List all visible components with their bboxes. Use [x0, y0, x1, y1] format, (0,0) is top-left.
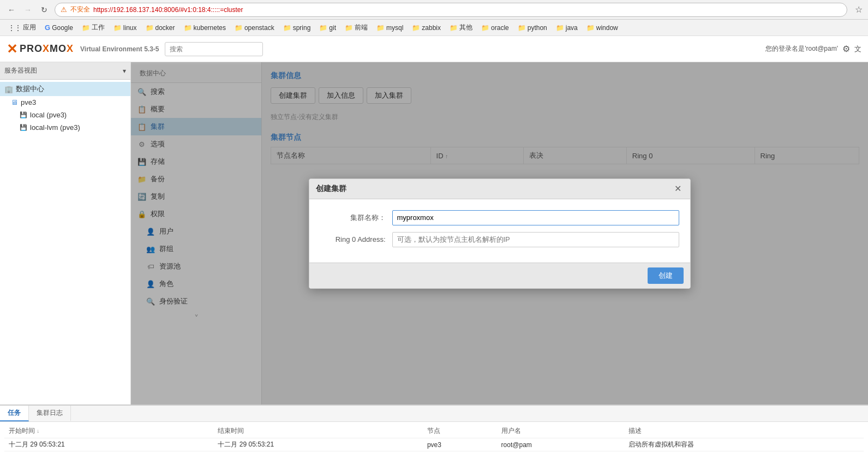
bookmark-oracle[interactable]: 📁 oracle — [477, 22, 513, 33]
bookmark-window[interactable]: 📁 window — [583, 22, 622, 33]
modal-create-button[interactable]: 创建 — [648, 267, 684, 284]
cell-node: pve3 — [423, 438, 497, 451]
datacenter-icon: 🏢 — [4, 85, 13, 93]
bookmark-python[interactable]: 📁 python — [514, 22, 551, 33]
folder-icon-oracle: 📁 — [481, 24, 489, 32]
user-info-text: 您的登录名是'root@pam' — [765, 44, 838, 53]
bookmark-linux[interactable]: 📁 linux — [110, 22, 141, 33]
bookmark-zabbix[interactable]: 📁 zabbix — [408, 22, 445, 33]
tab-cluster-log-label: 集群日志 — [37, 409, 63, 417]
bookmark-google[interactable]: G Google — [41, 22, 77, 33]
disk-icon-local-lvm: 💾 — [20, 124, 27, 131]
bookmark-spring[interactable]: 📁 spring — [279, 22, 315, 33]
url-text: https://192.168.137.140:8006/#v1:0:18:4:… — [93, 6, 243, 14]
modal-close-button[interactable]: ✕ — [673, 183, 684, 194]
bookmark-linux-label: linux — [123, 24, 137, 32]
right-area: 数据中心 🔍 搜索 📋 概要 📋 集群 ⚙ — [131, 62, 868, 404]
cell-end: 十二月 29 05:53:21 — [213, 438, 422, 451]
logo-ve-text: Virtual Environment 5.3-5 — [80, 45, 159, 53]
folder-icon-docker: 📁 — [146, 24, 154, 32]
server-icon: 🖥 — [11, 98, 18, 106]
folder-icon-java: 📁 — [556, 24, 564, 32]
apps-button[interactable]: ⋮⋮ 应用 — [4, 21, 40, 34]
sidebar-tree: 🏢 数据中心 🖥 pve3 💾 local (pve3) 💾 local-lvm… — [0, 80, 130, 404]
forward-button[interactable]: → — [22, 4, 34, 16]
bookmark-star-icon[interactable]: ☆ — [855, 4, 863, 15]
local-lvm-pve3-label: local-lvm (pve3) — [30, 123, 80, 132]
content-wrapper: 服务器视图 ▾ 🏢 数据中心 🖥 pve3 💾 local (pve3) — [0, 62, 868, 470]
bookmark-frontend[interactable]: 📁 前端 — [341, 21, 372, 34]
doc-icon[interactable]: 文 — [854, 44, 861, 54]
bookmark-google-label: Google — [52, 24, 73, 32]
bookmark-other-label: 其他 — [459, 23, 472, 32]
cell-start: 十二月 29 05:53:21 — [4, 438, 213, 451]
folder-icon-linux: 📁 — [113, 24, 122, 32]
header-search-input[interactable] — [165, 42, 263, 56]
folder-icon-git: 📁 — [319, 24, 327, 32]
bookmark-zabbix-label: zabbix — [422, 24, 441, 32]
url-bar[interactable]: ⚠ 不安全 https://192.168.137.140:8006/#v1:0… — [55, 3, 847, 17]
folder-icon-python: 📁 — [518, 24, 526, 32]
col-start-time[interactable]: 开始时间 ↓ — [4, 424, 213, 438]
main-area: 服务器视图 ▾ 🏢 数据中心 🖥 pve3 💾 local (pve3) — [0, 62, 868, 404]
folder-icon-work: 📁 — [82, 24, 90, 32]
tab-tasks[interactable]: 任务 — [0, 406, 29, 421]
modal-footer: 创建 — [309, 263, 690, 288]
table-row: 十二月 29 05:53:21 十二月 29 05:53:21 pve3 roo… — [4, 438, 864, 451]
folder-icon-openstack: 📁 — [235, 24, 243, 32]
reload-button[interactable]: ↻ — [38, 4, 50, 16]
bookmark-spring-label: spring — [293, 24, 311, 32]
disk-icon-local: 💾 — [20, 111, 27, 118]
security-warning-icon: ⚠ — [61, 5, 67, 14]
bookmark-kubernetes[interactable]: 📁 kubernetes — [180, 22, 230, 33]
browser-chrome: ← → ↻ ⚠ 不安全 https://192.168.137.140:8006… — [0, 0, 868, 20]
bookmark-java[interactable]: 📁 java — [552, 22, 582, 33]
bookmark-work[interactable]: 📁 工作 — [78, 21, 109, 34]
ring0-address-input[interactable] — [392, 232, 679, 247]
bottom-content: 开始时间 ↓ 结束时间 节点 用户名 — [0, 422, 868, 470]
bottom-table: 开始时间 ↓ 结束时间 节点 用户名 — [4, 424, 864, 451]
form-row-cluster-name: 集群名称： — [320, 210, 679, 225]
datacenter-label: 数据中心 — [16, 84, 44, 94]
bookmark-kubernetes-label: kubernetes — [194, 24, 226, 32]
sidebar-item-local-lvm-pve3[interactable]: 💾 local-lvm (pve3) — [0, 121, 130, 134]
back-button[interactable]: ← — [5, 4, 17, 16]
modal-title: 创建集群 — [316, 184, 346, 194]
folder-icon-other: 📁 — [450, 24, 458, 32]
bookmark-docker[interactable]: 📁 docker — [142, 22, 179, 33]
sort-start-time-btn[interactable]: ↓ — [37, 428, 39, 434]
modal-body: 集群名称： Ring 0 Address: — [309, 199, 690, 263]
tab-cluster-log[interactable]: 集群日志 — [29, 406, 71, 421]
create-cluster-modal: 创建集群 ✕ 集群名称： Ring 0 Address: — [309, 179, 691, 289]
cluster-name-input[interactable] — [392, 210, 679, 225]
bottom-panel: 任务 集群日志 开始时间 ↓ 结束时间 — [0, 404, 868, 470]
app-wrapper: ✕ PROXMOX Virtual Environment 5.3-5 您的登录… — [0, 36, 868, 470]
bookmark-git[interactable]: 📁 git — [315, 22, 340, 33]
bookmark-python-label: python — [528, 24, 547, 32]
folder-icon-zabbix: 📁 — [412, 24, 420, 32]
bookmark-openstack-label: openstack — [244, 24, 274, 32]
app-header: ✕ PROXMOX Virtual Environment 5.3-5 您的登录… — [0, 36, 868, 62]
bottom-tabs: 任务 集群日志 — [0, 406, 868, 422]
folder-icon-mysql: 📁 — [376, 24, 385, 32]
sidebar-item-local-pve3[interactable]: 💾 local (pve3) — [0, 109, 130, 121]
cluster-name-label: 集群名称： — [320, 213, 386, 223]
bookmark-other[interactable]: 📁 其他 — [446, 21, 476, 34]
bookmark-java-label: java — [566, 24, 578, 32]
local-pve3-label: local (pve3) — [30, 111, 67, 119]
sidebar-item-pve3[interactable]: 🖥 pve3 — [0, 96, 130, 109]
pve3-label: pve3 — [21, 98, 36, 106]
sidebar: 服务器视图 ▾ 🏢 数据中心 🖥 pve3 💾 local (pve3) — [0, 62, 131, 404]
logo-text: PROXMOX — [20, 43, 74, 55]
folder-icon-spring: 📁 — [283, 24, 291, 32]
bookmark-openstack[interactable]: 📁 openstack — [231, 22, 278, 33]
chevron-down-icon: ▾ — [123, 67, 126, 75]
gear-icon[interactable]: ⚙ — [842, 44, 850, 54]
bookmark-oracle-label: oracle — [491, 24, 509, 32]
apps-grid-icon: ⋮⋮ — [8, 24, 21, 32]
server-view-label: 服务器视图 — [4, 66, 37, 75]
bookmark-mysql[interactable]: 📁 mysql — [373, 22, 407, 33]
sidebar-item-datacenter[interactable]: 🏢 数据中心 — [0, 82, 130, 96]
col-desc: 描述 — [624, 424, 864, 438]
modal-overlay: 创建集群 ✕ 集群名称： Ring 0 Address: — [131, 62, 868, 404]
